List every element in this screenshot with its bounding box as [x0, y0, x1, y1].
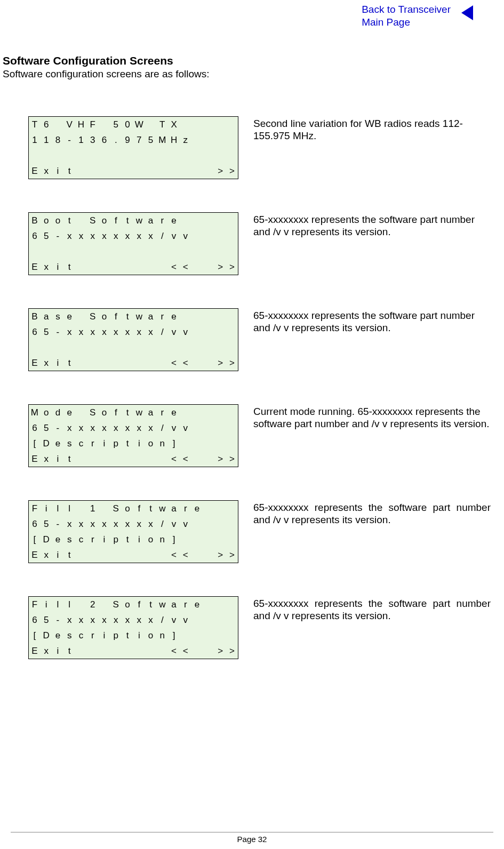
lcd-cell: o [122, 501, 133, 516]
lcd-cell [145, 451, 157, 467]
lcd-cell: 5 [41, 516, 52, 532]
lcd-cell: > [214, 643, 226, 659]
lcd-cell [191, 228, 203, 244]
lcd-cell [214, 117, 226, 132]
lcd-cell: x [87, 516, 99, 532]
lcd-cell [203, 405, 214, 420]
lcd-cell [203, 501, 214, 516]
lcd-cell: < [180, 643, 191, 659]
lcd-cell [191, 516, 203, 532]
lcd-cell: > [226, 643, 238, 659]
lcd-cell: i [52, 163, 64, 179]
lcd-cell: H [168, 132, 180, 148]
lcd-cell: i [99, 532, 110, 547]
lcd-cell [145, 148, 157, 163]
lcd-cell: d [52, 405, 64, 420]
lcd-cell: 6 [29, 612, 41, 628]
lcd-cell: z [180, 132, 191, 148]
lcd-cell: v [180, 612, 191, 628]
lcd-cell: x [133, 228, 145, 244]
lcd-cell [191, 259, 203, 275]
lcd-cell: 9 [122, 132, 133, 148]
lcd-cell: f [110, 405, 122, 420]
lcd-cell: S [87, 213, 99, 228]
lcd-cell [110, 244, 122, 259]
lcd-cell: x [63, 228, 75, 244]
lcd-cell: x [122, 420, 133, 436]
lcd-cell [214, 228, 226, 244]
lcd-cell: v [180, 228, 191, 244]
lcd-cell: r [87, 628, 99, 643]
lcd-cell: x [99, 516, 110, 532]
lcd-cell [87, 163, 99, 179]
lcd-cell [180, 213, 191, 228]
lcd-cell: i [41, 501, 52, 516]
lcd-cell: e [191, 501, 203, 516]
lcd-cell: x [145, 420, 157, 436]
lcd-cell [203, 628, 214, 643]
lcd-cell [75, 547, 87, 563]
lcd-cell: n [156, 436, 168, 451]
lcd-cell: T [29, 117, 41, 132]
lcd-cell: x [122, 612, 133, 628]
lcd-cell [99, 259, 110, 275]
lcd-cell [214, 309, 226, 324]
lcd-cell [180, 163, 191, 179]
lcd-cell [99, 547, 110, 563]
lcd-cell [203, 163, 214, 179]
lcd-cell [180, 309, 191, 324]
back-link[interactable]: Back to Transceiver Main Page [362, 3, 451, 29]
lcd-cell [122, 355, 133, 371]
lcd-cell [145, 547, 157, 563]
lcd-cell [226, 148, 238, 163]
lcd-cell [156, 643, 168, 659]
back-arrow-icon[interactable] [458, 5, 473, 22]
lcd-cell [87, 451, 99, 467]
lcd-cell: - [52, 420, 64, 436]
lcd-cell: o [145, 628, 157, 643]
lcd-cell: < [168, 547, 180, 563]
lcd-cell [191, 451, 203, 467]
lcd-cell: 5 [145, 132, 157, 148]
lcd-cell [203, 340, 214, 355]
lcd-cell [203, 213, 214, 228]
lcd-cell: t [63, 259, 75, 275]
lcd-cell: r [156, 309, 168, 324]
lcd-cell: x [110, 324, 122, 340]
lcd-cell [191, 148, 203, 163]
lcd-cell [122, 547, 133, 563]
lcd-cell [156, 244, 168, 259]
lcd-cell: a [145, 405, 157, 420]
lcd-cell [87, 148, 99, 163]
lcd-cell: < [168, 451, 180, 467]
lcd-cell: e [52, 532, 64, 547]
lcd-cell [214, 532, 226, 547]
lcd-cell [191, 117, 203, 132]
lcd-cell [87, 547, 99, 563]
lcd-cell [75, 597, 87, 612]
lcd-cell [52, 244, 64, 259]
lcd-cell [29, 148, 41, 163]
lcd-cell: n [156, 532, 168, 547]
lcd-cell: 5 [41, 612, 52, 628]
lcd-cell [156, 148, 168, 163]
lcd-cell [180, 436, 191, 451]
lcd-cell: / [156, 420, 168, 436]
lcd-cell [99, 244, 110, 259]
lcd-cell [75, 340, 87, 355]
lcd-cell [168, 148, 180, 163]
lcd-cell [133, 148, 145, 163]
lcd-cell [110, 148, 122, 163]
lcd-cell: x [122, 516, 133, 532]
lcd-cell: t [63, 451, 75, 467]
lcd-cell: 1 [75, 132, 87, 148]
lcd-cell [180, 117, 191, 132]
lcd-cell: i [41, 597, 52, 612]
lcd-cell: E [29, 163, 41, 179]
lcd-cell: a [168, 501, 180, 516]
lcd-cell [203, 355, 214, 371]
lcd-cell: v [180, 324, 191, 340]
lcd-cell: 6 [41, 117, 52, 132]
lcd-cell [191, 547, 203, 563]
lcd-cell: s [63, 436, 75, 451]
